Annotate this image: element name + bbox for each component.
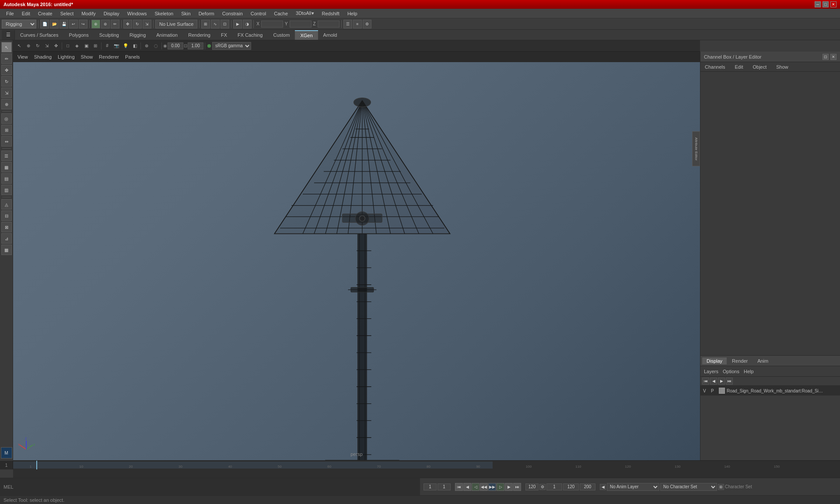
tab-curves-surfaces[interactable]: Curves / Surfaces bbox=[15, 30, 63, 40]
layer-nav-first[interactable]: ⏮ bbox=[702, 378, 709, 385]
paint-tool-btn[interactable]: ✏ bbox=[1, 53, 12, 64]
play-forward-btn[interactable]: ▶▶ bbox=[488, 483, 496, 491]
vp-texture-btn[interactable]: ⊞ bbox=[91, 42, 100, 50]
vp-menu-lighting[interactable]: Lighting bbox=[55, 53, 77, 60]
open-file-btn[interactable]: 📂 bbox=[50, 20, 59, 28]
menu-file[interactable]: File bbox=[3, 10, 18, 17]
skip-to-end-btn[interactable]: ⏭ bbox=[513, 483, 521, 491]
vp-xray-btn[interactable]: ◌ bbox=[151, 42, 160, 50]
vp-rotate-btn[interactable]: ↻ bbox=[33, 42, 42, 50]
range-end-input[interactable] bbox=[563, 483, 579, 490]
vp-scale-input[interactable] bbox=[188, 42, 203, 49]
menu-constrain[interactable]: Constrain bbox=[219, 10, 246, 17]
layer-nav-next[interactable]: ▶ bbox=[718, 378, 725, 385]
x-coord-input[interactable] bbox=[261, 21, 283, 28]
manipulator-btn[interactable]: ⊕ bbox=[1, 99, 12, 109]
vp-menu-renderer[interactable]: Renderer bbox=[96, 53, 122, 60]
undo-btn[interactable]: ↩ bbox=[69, 20, 78, 28]
paint-btn[interactable]: ✏ bbox=[111, 20, 119, 28]
tab-animation[interactable]: Animation bbox=[151, 30, 183, 40]
panel-close-btn[interactable]: ✕ bbox=[830, 54, 836, 60]
tab-custom[interactable]: Custom bbox=[268, 30, 295, 40]
menu-3dtoall[interactable]: 3DtoAll▾ bbox=[292, 10, 317, 17]
panel-float-btn[interactable]: ⊡ bbox=[822, 54, 829, 60]
menu-deform[interactable]: Deform bbox=[195, 10, 218, 17]
vp-grid-btn[interactable]: # bbox=[103, 42, 112, 50]
scale-btn[interactable]: ⇲ bbox=[143, 20, 151, 28]
menu-create[interactable]: Create bbox=[35, 10, 56, 17]
mel-input[interactable] bbox=[19, 484, 416, 490]
menu-skeleton[interactable]: Skeleton bbox=[151, 10, 177, 17]
end-frame-input[interactable] bbox=[525, 483, 539, 490]
render-setup-btn[interactable]: ▦ bbox=[1, 162, 12, 172]
menu-redshift[interactable]: Redshift bbox=[318, 10, 343, 17]
menu-edit[interactable]: Edit bbox=[18, 10, 34, 17]
attr-editor-btn[interactable]: ≡ bbox=[353, 20, 362, 28]
symmetry-btn[interactable]: ⇔ bbox=[1, 136, 12, 147]
trax-btn[interactable]: ▦ bbox=[1, 245, 12, 255]
tab-channels[interactable]: Channels bbox=[700, 63, 729, 70]
tab-rendering[interactable]: Rendering bbox=[183, 30, 216, 40]
tab-show[interactable]: Show bbox=[772, 63, 793, 70]
tab-rigging[interactable]: Rigging bbox=[124, 30, 151, 40]
select-tool-btn[interactable]: ↖ bbox=[1, 42, 12, 52]
step-fwd-btn[interactable]: ▶ bbox=[505, 483, 513, 491]
vp-menu-view[interactable]: View bbox=[15, 53, 31, 60]
vp-menu-show[interactable]: Show bbox=[78, 53, 96, 60]
timeline-ruler[interactable]: 1 10 20 30 40 50 60 70 80 90 100 110 120… bbox=[13, 461, 840, 469]
vp-lights-btn[interactable]: 💡 bbox=[121, 42, 130, 50]
menu-windows[interactable]: Windows bbox=[124, 10, 150, 17]
tool-settings-btn[interactable]: ⚙ bbox=[363, 20, 371, 28]
skip-to-start-btn[interactable]: ⏮ bbox=[455, 483, 463, 491]
vp-wireframe-btn[interactable]: □ bbox=[63, 42, 72, 50]
vp-shadow-btn[interactable]: ◧ bbox=[130, 42, 139, 50]
options-menu[interactable]: Options bbox=[721, 369, 741, 374]
vp-menu-panels[interactable]: Panels bbox=[122, 53, 143, 60]
menu-control[interactable]: Control bbox=[247, 10, 270, 17]
menu-skin[interactable]: Skin bbox=[178, 10, 194, 17]
vp-move-btn[interactable]: ⊕ bbox=[24, 42, 33, 50]
range-start-input[interactable] bbox=[546, 483, 562, 490]
scale-tool-btn[interactable]: ⇲ bbox=[1, 88, 12, 98]
layers-menu[interactable]: Layers bbox=[702, 369, 720, 374]
save-file-btn[interactable]: 💾 bbox=[60, 20, 68, 28]
ipr-btn[interactable]: ◑ bbox=[243, 20, 252, 28]
close-button[interactable]: ✕ bbox=[830, 1, 836, 7]
lasso-btn[interactable]: ⊚ bbox=[101, 20, 110, 28]
maya-logo-btn[interactable]: M bbox=[1, 447, 12, 458]
show-settings-btn[interactable]: ☰ bbox=[1, 150, 12, 161]
minimize-button[interactable]: ─ bbox=[815, 1, 821, 7]
restore-button[interactable]: □ bbox=[822, 1, 829, 7]
channel-box-btn[interactable]: ☰ bbox=[343, 20, 352, 28]
select-btn[interactable]: ⊕ bbox=[91, 20, 100, 28]
tab-sculpting[interactable]: Sculpting bbox=[94, 30, 124, 40]
anim-layer-left-btn[interactable]: ◀ bbox=[600, 484, 606, 490]
vp-frame-input[interactable] bbox=[168, 42, 183, 49]
snap-grid-btn[interactable]: ⊞ bbox=[201, 20, 210, 28]
tab-fx-caching[interactable]: FX Caching bbox=[232, 30, 268, 40]
redo-btn[interactable]: ↪ bbox=[79, 20, 88, 28]
snap-curve-btn[interactable]: ∿ bbox=[211, 20, 220, 28]
layer-display-tab[interactable]: Display bbox=[702, 357, 727, 364]
prev-keyframe-btn[interactable]: ◁ bbox=[472, 483, 480, 491]
tab-object[interactable]: Object bbox=[748, 63, 771, 70]
menu-display[interactable]: Display bbox=[100, 10, 123, 17]
tab-polygons[interactable]: Polygons bbox=[63, 30, 94, 40]
step-back-btn[interactable]: ◀ bbox=[463, 483, 471, 491]
vp-menu-shading[interactable]: Shading bbox=[32, 53, 54, 60]
mode-dropdown[interactable]: Rigging Animation Modeling bbox=[2, 20, 36, 28]
menu-select[interactable]: Select bbox=[57, 10, 77, 17]
vp-scale-btn[interactable]: ⇲ bbox=[42, 42, 51, 50]
move-btn[interactable]: ✥ bbox=[123, 20, 132, 28]
vp-camera-btn[interactable]: 📷 bbox=[112, 42, 121, 50]
move-tool-btn[interactable]: ✥ bbox=[1, 65, 12, 75]
menu-help[interactable]: Help bbox=[344, 10, 361, 17]
tab-edit[interactable]: Edit bbox=[730, 63, 747, 70]
attribute-editor-side-tab[interactable]: Attribute Editor bbox=[692, 131, 700, 166]
soft-select-btn[interactable]: ◎ bbox=[1, 113, 12, 124]
y-coord-input[interactable] bbox=[290, 21, 312, 28]
tab-xgen[interactable]: XGen bbox=[295, 30, 318, 40]
namespace-btn[interactable]: ⊠ bbox=[1, 222, 12, 232]
vp-isolate-btn[interactable]: ⊛ bbox=[142, 42, 151, 50]
start-frame-input[interactable] bbox=[424, 483, 437, 490]
